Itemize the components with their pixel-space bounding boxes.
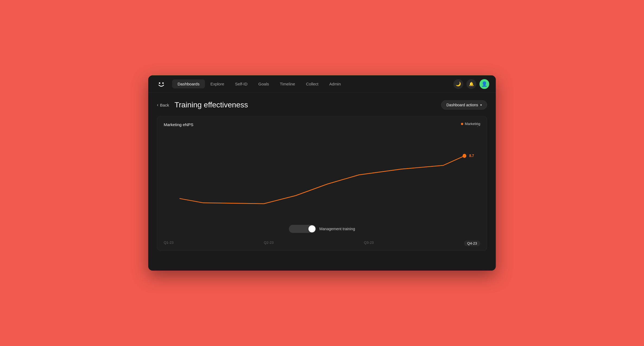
nav-explore[interactable]: Explore	[205, 79, 230, 88]
bell-icon: 🔔	[469, 82, 474, 87]
nav-right-controls: 🌙 🔔 👤	[453, 79, 489, 89]
chart-header: Marketing eNPS ⋮	[164, 122, 480, 127]
chart-endpoint-dot	[463, 154, 466, 158]
management-training-toggle[interactable]	[289, 225, 316, 233]
line-chart: 8.7	[164, 129, 480, 222]
svg-point-0	[159, 82, 160, 84]
chart-title: Marketing eNPS	[164, 122, 193, 127]
logo	[155, 79, 168, 89]
dark-mode-button[interactable]: 🌙	[453, 79, 463, 89]
chart-svg-container: 8.7	[164, 129, 480, 222]
x-label-q1: Q1-23	[164, 241, 173, 246]
logo-icon	[156, 79, 166, 89]
nav-timeline[interactable]: Timeline	[274, 79, 301, 88]
svg-point-1	[162, 82, 164, 84]
legend-label: Marketing	[465, 122, 480, 126]
toggle-thumb	[308, 225, 315, 232]
dashboard-actions-label: Dashboard actions	[446, 103, 478, 107]
x-label-q4[interactable]: Q4-23	[464, 241, 480, 246]
header-left: ‹ Back Training effectiveness	[157, 101, 248, 109]
moon-icon: 🌙	[456, 81, 461, 87]
dashboard-actions-button[interactable]: Dashboard actions ▾	[441, 100, 487, 110]
toggle-label: Management training	[319, 227, 355, 231]
page-header: ‹ Back Training effectiveness Dashboard …	[157, 100, 487, 110]
back-arrow-icon: ‹	[157, 102, 158, 107]
nav-goals[interactable]: Goals	[253, 79, 274, 88]
app-window: Dashboards Explore Self-ID Goals Timelin…	[148, 75, 496, 271]
back-button[interactable]: ‹ Back	[157, 102, 169, 107]
avatar-icon: 👤	[481, 81, 487, 87]
chevron-down-icon: ▾	[480, 103, 482, 107]
chart-legend: Marketing	[461, 122, 480, 126]
page-title: Training effectiveness	[175, 101, 248, 109]
user-avatar[interactable]: 👤	[479, 79, 489, 89]
back-label: Back	[160, 103, 169, 107]
nav-bar: Dashboards Explore Self-ID Goals Timelin…	[148, 75, 496, 93]
chart-endpoint-value: 8.7	[469, 153, 474, 158]
toggle-container: Management training	[164, 222, 480, 238]
chart-line	[179, 156, 464, 204]
x-axis: Q1-23 Q2-23 Q3-23 Q4-23	[164, 238, 480, 251]
notifications-button[interactable]: 🔔	[466, 79, 476, 89]
nav-collect[interactable]: Collect	[301, 79, 324, 88]
main-content: ‹ Back Training effectiveness Dashboard …	[148, 93, 496, 258]
nav-items: Dashboards Explore Self-ID Goals Timelin…	[172, 79, 453, 88]
legend-dot	[461, 123, 463, 125]
x-label-q3: Q3-23	[364, 241, 374, 246]
x-label-q2: Q2-23	[264, 241, 274, 246]
nav-dashboards[interactable]: Dashboards	[172, 79, 205, 88]
nav-self-id[interactable]: Self-ID	[230, 79, 253, 88]
nav-admin[interactable]: Admin	[324, 79, 346, 88]
chart-card: Marketing eNPS ⋮ Marketing 8.7	[157, 116, 487, 251]
